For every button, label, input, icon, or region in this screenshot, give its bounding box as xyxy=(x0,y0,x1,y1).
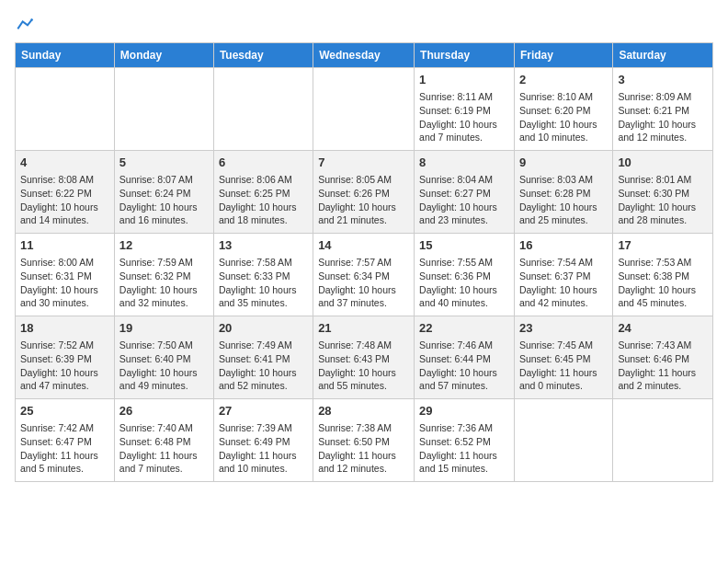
col-header-monday: Monday xyxy=(114,43,213,68)
sunrise-text: Sunrise: 7:57 AM xyxy=(318,257,392,268)
daylight-text: Daylight: 11 hours and 15 minutes. xyxy=(419,450,497,475)
calendar-cell: 24Sunrise: 7:43 AMSunset: 6:46 PMDayligh… xyxy=(613,316,713,399)
day-number: 17 xyxy=(618,237,708,254)
calendar-cell: 6Sunrise: 8:06 AMSunset: 6:25 PMDaylight… xyxy=(213,151,313,234)
logo-icon xyxy=(17,15,35,33)
sunset-text: Sunset: 6:20 PM xyxy=(519,105,591,116)
sunset-text: Sunset: 6:31 PM xyxy=(20,270,92,282)
col-header-saturday: Saturday xyxy=(613,43,713,68)
daylight-text: Daylight: 10 hours and 25 minutes. xyxy=(519,201,597,226)
day-number: 21 xyxy=(318,320,409,337)
calendar-cell: 21Sunrise: 7:48 AMSunset: 6:43 PMDayligh… xyxy=(313,316,415,399)
calendar-cell: 9Sunrise: 8:03 AMSunset: 6:28 PMDaylight… xyxy=(514,151,612,234)
calendar-cell: 13Sunrise: 7:58 AMSunset: 6:33 PMDayligh… xyxy=(213,234,313,316)
daylight-text: Daylight: 11 hours and 10 minutes. xyxy=(219,450,297,475)
daylight-text: Daylight: 10 hours and 42 minutes. xyxy=(519,284,597,309)
calendar-cell xyxy=(514,399,612,482)
day-number: 26 xyxy=(119,403,209,419)
sunset-text: Sunset: 6:41 PM xyxy=(219,353,290,364)
calendar-week-row: 11Sunrise: 8:00 AMSunset: 6:31 PMDayligh… xyxy=(16,234,713,316)
calendar-cell: 25Sunrise: 7:42 AMSunset: 6:47 PMDayligh… xyxy=(16,399,115,482)
calendar-header-row: SundayMondayTuesdayWednesdayThursdayFrid… xyxy=(16,43,713,68)
daylight-text: Daylight: 11 hours and 5 minutes. xyxy=(20,450,98,475)
calendar-week-row: 4Sunrise: 8:08 AMSunset: 6:22 PMDaylight… xyxy=(16,151,713,234)
sunrise-text: Sunrise: 7:36 AM xyxy=(419,422,493,433)
sunset-text: Sunset: 6:32 PM xyxy=(119,270,191,282)
daylight-text: Daylight: 10 hours and 37 minutes. xyxy=(318,284,396,309)
calendar-cell xyxy=(114,68,213,151)
sunrise-text: Sunrise: 7:52 AM xyxy=(20,339,94,350)
calendar-cell: 19Sunrise: 7:50 AMSunset: 6:40 PMDayligh… xyxy=(114,316,213,399)
daylight-text: Daylight: 11 hours and 7 minutes. xyxy=(119,450,198,475)
day-number: 13 xyxy=(219,237,308,254)
sunset-text: Sunset: 6:30 PM xyxy=(618,188,689,199)
sunset-text: Sunset: 6:34 PM xyxy=(318,270,390,282)
day-number: 15 xyxy=(419,237,509,254)
calendar-cell: 16Sunrise: 7:54 AMSunset: 6:37 PMDayligh… xyxy=(514,234,612,316)
day-number: 25 xyxy=(20,403,109,419)
sunset-text: Sunset: 6:25 PM xyxy=(219,188,290,199)
sunrise-text: Sunrise: 7:49 AM xyxy=(219,339,292,350)
sunrise-text: Sunrise: 8:00 AM xyxy=(20,257,94,268)
calendar-cell: 15Sunrise: 7:55 AMSunset: 6:36 PMDayligh… xyxy=(415,234,515,316)
daylight-text: Daylight: 10 hours and 52 minutes. xyxy=(219,367,297,392)
daylight-text: Daylight: 10 hours and 32 minutes. xyxy=(119,284,198,309)
day-number: 4 xyxy=(20,155,109,171)
calendar-cell: 23Sunrise: 7:45 AMSunset: 6:45 PMDayligh… xyxy=(514,316,612,399)
calendar-cell: 5Sunrise: 8:07 AMSunset: 6:24 PMDaylight… xyxy=(114,151,213,234)
daylight-text: Daylight: 11 hours and 0 minutes. xyxy=(519,367,597,392)
day-number: 7 xyxy=(318,155,409,171)
calendar-cell: 8Sunrise: 8:04 AMSunset: 6:27 PMDaylight… xyxy=(415,151,515,234)
sunset-text: Sunset: 6:44 PM xyxy=(419,353,491,364)
day-number: 3 xyxy=(618,72,708,88)
day-number: 1 xyxy=(419,72,509,88)
sunrise-text: Sunrise: 7:40 AM xyxy=(119,422,193,433)
calendar-cell: 2Sunrise: 8:10 AMSunset: 6:20 PMDaylight… xyxy=(514,68,612,151)
daylight-text: Daylight: 10 hours and 10 minutes. xyxy=(519,119,597,144)
sunrise-text: Sunrise: 7:53 AM xyxy=(618,257,691,268)
sunset-text: Sunset: 6:39 PM xyxy=(20,353,92,364)
sunrise-text: Sunrise: 8:03 AM xyxy=(519,174,593,185)
day-number: 24 xyxy=(618,320,708,337)
page-header xyxy=(15,15,713,33)
sunrise-text: Sunrise: 8:07 AM xyxy=(119,174,193,185)
col-header-friday: Friday xyxy=(514,43,612,68)
sunrise-text: Sunrise: 7:45 AM xyxy=(519,339,593,350)
calendar-week-row: 1Sunrise: 8:11 AMSunset: 6:19 PMDaylight… xyxy=(16,68,713,151)
day-number: 12 xyxy=(119,237,209,254)
day-number: 16 xyxy=(519,237,608,254)
sunrise-text: Sunrise: 7:39 AM xyxy=(219,422,292,433)
calendar-cell: 12Sunrise: 7:59 AMSunset: 6:32 PMDayligh… xyxy=(114,234,213,316)
sunrise-text: Sunrise: 8:11 AM xyxy=(419,91,493,102)
sunrise-text: Sunrise: 7:46 AM xyxy=(419,339,493,350)
logo xyxy=(15,15,35,33)
sunset-text: Sunset: 6:36 PM xyxy=(419,270,491,282)
sunset-text: Sunset: 6:49 PM xyxy=(219,436,290,447)
calendar-cell: 1Sunrise: 8:11 AMSunset: 6:19 PMDaylight… xyxy=(415,68,515,151)
calendar-cell: 29Sunrise: 7:36 AMSunset: 6:52 PMDayligh… xyxy=(415,399,515,482)
calendar-cell: 11Sunrise: 8:00 AMSunset: 6:31 PMDayligh… xyxy=(16,234,115,316)
sunrise-text: Sunrise: 7:54 AM xyxy=(519,257,593,268)
daylight-text: Daylight: 10 hours and 49 minutes. xyxy=(119,367,198,392)
daylight-text: Daylight: 10 hours and 23 minutes. xyxy=(419,201,497,226)
calendar-week-row: 25Sunrise: 7:42 AMSunset: 6:47 PMDayligh… xyxy=(16,399,713,482)
day-number: 11 xyxy=(20,237,109,254)
calendar-cell: 26Sunrise: 7:40 AMSunset: 6:48 PMDayligh… xyxy=(114,399,213,482)
calendar-cell: 3Sunrise: 8:09 AMSunset: 6:21 PMDaylight… xyxy=(613,68,713,151)
calendar-cell: 4Sunrise: 8:08 AMSunset: 6:22 PMDaylight… xyxy=(16,151,115,234)
sunrise-text: Sunrise: 7:59 AM xyxy=(119,257,193,268)
daylight-text: Daylight: 10 hours and 21 minutes. xyxy=(318,201,396,226)
sunset-text: Sunset: 6:48 PM xyxy=(119,436,191,447)
sunrise-text: Sunrise: 7:38 AM xyxy=(318,422,392,433)
sunrise-text: Sunrise: 7:43 AM xyxy=(618,339,691,350)
calendar-cell xyxy=(313,68,415,151)
day-number: 19 xyxy=(119,320,209,337)
daylight-text: Daylight: 10 hours and 14 minutes. xyxy=(20,201,98,226)
sunrise-text: Sunrise: 8:05 AM xyxy=(318,174,392,185)
day-number: 6 xyxy=(219,155,308,171)
day-number: 22 xyxy=(419,320,509,337)
day-number: 5 xyxy=(119,155,209,171)
daylight-text: Daylight: 10 hours and 30 minutes. xyxy=(20,284,98,309)
col-header-wednesday: Wednesday xyxy=(313,43,415,68)
sunrise-text: Sunrise: 8:09 AM xyxy=(618,91,691,102)
